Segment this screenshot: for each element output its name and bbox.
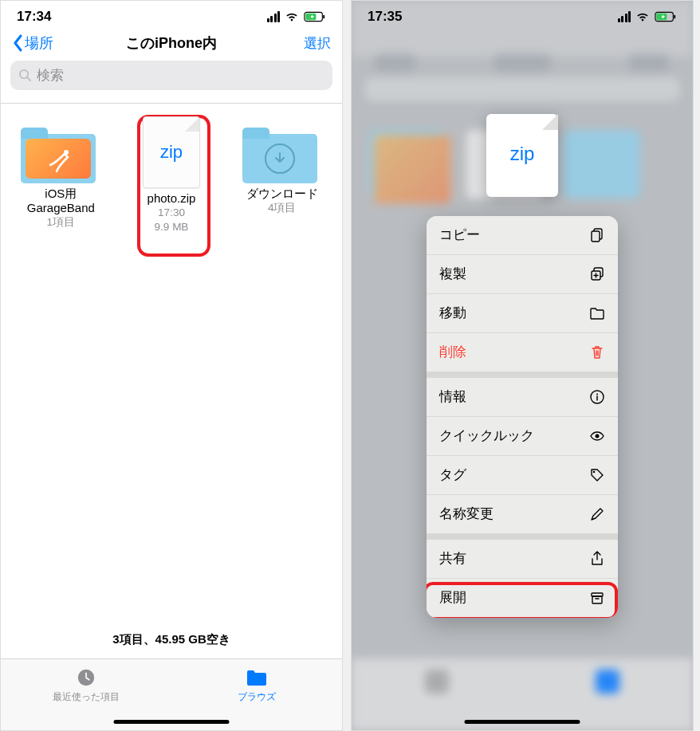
- files-grid: iOS用GarageBand 1項目 zip photo.zip 17:309.…: [1, 104, 342, 246]
- menu-delete[interactable]: 削除: [427, 333, 618, 372]
- menu-duplicate[interactable]: 複製: [427, 255, 618, 294]
- item-name: photo.zip: [121, 191, 222, 206]
- battery-charging-icon: [304, 11, 326, 22]
- home-indicator[interactable]: [114, 720, 230, 724]
- info-icon: [589, 389, 605, 405]
- svg-rect-9: [656, 14, 667, 20]
- menu-expand[interactable]: 展開: [427, 579, 618, 618]
- file-photo-zip[interactable]: zip photo.zip 17:309.9 MB: [121, 116, 222, 234]
- nav-bar: 場所 このiPhone内 選択: [1, 29, 342, 59]
- folder-icon: [589, 305, 605, 321]
- menu-separator: [427, 372, 618, 378]
- back-button[interactable]: 場所: [12, 33, 53, 53]
- svg-point-15: [596, 394, 598, 395]
- share-icon: [589, 551, 605, 567]
- tab-label: ブラウズ: [238, 690, 276, 704]
- context-menu: コピー 複製 移動 削除 情報 クイックルック タグ 名称変更 共有 展開: [427, 216, 618, 618]
- garageband-app-icon: [26, 139, 91, 179]
- svg-rect-19: [592, 596, 602, 603]
- svg-rect-2: [305, 14, 316, 20]
- phone-right-context-menu: 17:35 zip コピー 複製 移動 削除 情報 クイックルック タグ 名称変…: [351, 0, 694, 731]
- svg-rect-1: [323, 15, 324, 19]
- wifi-icon: [285, 11, 299, 22]
- tab-label: 最近使った項目: [53, 690, 120, 704]
- search-placeholder: 検索: [37, 66, 64, 84]
- folder-downloads[interactable]: ダウンロード 4項目: [231, 116, 332, 234]
- trash-icon: [589, 344, 605, 360]
- copy-icon: [589, 227, 605, 243]
- status-bar: 17:35: [352, 1, 693, 29]
- item-meta: 17:309.9 MB: [121, 206, 222, 234]
- status-bar: 17:34: [1, 1, 342, 29]
- home-indicator[interactable]: [465, 720, 580, 724]
- folder-garageband[interactable]: iOS用GarageBand 1項目: [10, 116, 112, 234]
- battery-charging-icon: [655, 11, 677, 22]
- page-title: このiPhone内: [126, 33, 217, 53]
- item-meta: 1項目: [10, 215, 112, 230]
- back-label: 場所: [25, 33, 53, 53]
- svg-point-17: [593, 471, 596, 474]
- status-time: 17:35: [368, 9, 402, 25]
- svg-rect-11: [592, 231, 600, 242]
- svg-point-16: [596, 434, 600, 438]
- phone-left-files-browse: 17:34 場所 このiPhone内 選択 検索 iOS用GarageBand …: [0, 0, 343, 731]
- menu-quicklook[interactable]: クイックルック: [427, 417, 618, 456]
- menu-rename[interactable]: 名称変更: [427, 495, 618, 534]
- wifi-icon: [635, 11, 650, 22]
- menu-info[interactable]: 情報: [427, 378, 618, 417]
- svg-point-5: [64, 150, 69, 155]
- item-name: iOS用GarageBand: [10, 187, 112, 215]
- menu-tag[interactable]: タグ: [427, 456, 618, 495]
- select-button[interactable]: 選択: [304, 34, 331, 53]
- cellular-signal-icon: [267, 11, 281, 22]
- zip-file-icon: zip: [143, 116, 200, 188]
- search-icon: [18, 69, 32, 82]
- duplicate-icon: [589, 266, 605, 282]
- status-time: 17:34: [17, 9, 51, 25]
- file-ext-label: zip: [510, 143, 535, 165]
- chevron-left-icon: [12, 34, 23, 52]
- tag-icon: [589, 467, 605, 483]
- status-indicators: [267, 11, 327, 22]
- clock-icon: [75, 667, 97, 688]
- folder-icon: [246, 667, 268, 688]
- eye-icon: [589, 428, 605, 444]
- pencil-icon: [589, 506, 605, 522]
- archive-icon: [589, 590, 605, 606]
- storage-status: 3項目、45.95 GB空き: [1, 632, 342, 647]
- svg-rect-8: [674, 15, 675, 19]
- svg-line-4: [27, 77, 30, 81]
- svg-point-3: [20, 70, 28, 78]
- cellular-signal-icon: [618, 11, 631, 22]
- menu-share[interactable]: 共有: [427, 540, 618, 579]
- menu-move[interactable]: 移動: [427, 294, 618, 333]
- menu-copy[interactable]: コピー: [427, 216, 618, 255]
- item-name: ダウンロード: [231, 187, 332, 201]
- status-indicators: [618, 11, 678, 22]
- search-input[interactable]: 検索: [10, 61, 332, 90]
- downloads-folder-icon: [247, 139, 313, 179]
- item-meta: 4項目: [231, 201, 332, 215]
- menu-separator: [427, 534, 618, 540]
- file-preview[interactable]: zip: [486, 114, 558, 197]
